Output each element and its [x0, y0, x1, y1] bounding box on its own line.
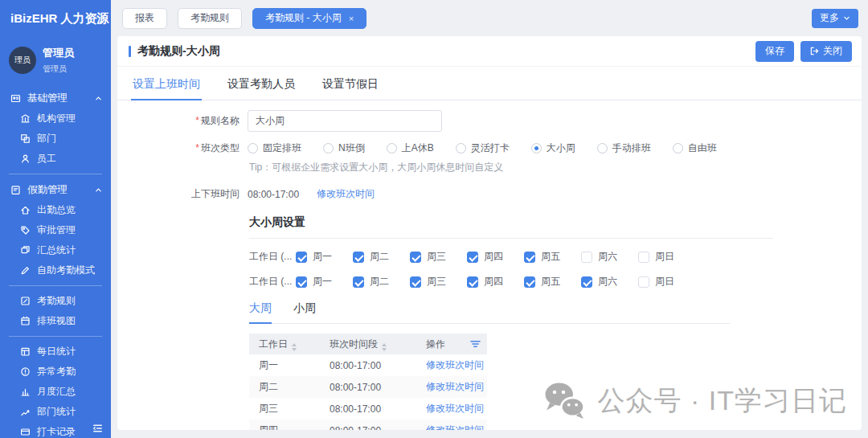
punch-card-icon	[20, 427, 31, 437]
sidebar-item-abnormal-attendance[interactable]: 异常考勤	[0, 362, 111, 382]
modify-shift-time-link[interactable]: 修改班次时间	[426, 359, 484, 370]
sidebar-item-self-attendance-mode[interactable]: 自助考勤模式	[0, 260, 111, 280]
modify-shift-time-link[interactable]: 修改班次时间	[317, 187, 375, 201]
checkbox-icon[interactable]	[410, 252, 421, 263]
weekday-checkbox-mon[interactable]: 周一	[296, 250, 334, 264]
checkbox-icon[interactable]	[581, 252, 592, 263]
checkbox-icon[interactable]	[524, 252, 535, 263]
sidebar-item-department[interactable]: 部门	[0, 129, 111, 149]
radio-icon[interactable]	[248, 143, 258, 154]
checkbox-icon[interactable]	[638, 276, 649, 288]
tag-icon	[20, 225, 31, 235]
weekday-checkbox-thu[interactable]: 周四	[467, 275, 506, 289]
close-button[interactable]: 关闭	[800, 41, 852, 62]
weekday-checkbox-sun[interactable]: 周日	[638, 250, 677, 264]
weekday-checkbox-mon[interactable]: 周一	[296, 275, 334, 289]
rule-name-input[interactable]	[248, 110, 442, 132]
checkbox-icon[interactable]	[581, 276, 592, 288]
weekday-checkbox-tue[interactable]: 周二	[353, 275, 391, 289]
sidebar-item-employee[interactable]: 员工	[0, 149, 111, 169]
sidebar-item-label: 每日统计	[37, 345, 76, 358]
checkbox-icon[interactable]	[296, 276, 307, 288]
checkbox-icon[interactable]	[296, 252, 307, 263]
work-time-row: 上下班时间 08:00-17:00 修改班次时间	[117, 187, 862, 201]
app-logo: iBizEHR 人力资源	[0, 0, 111, 27]
weekday-checkbox-sun[interactable]: 周日	[638, 275, 677, 289]
sort-icon[interactable]	[382, 343, 387, 351]
chevron-down-icon	[843, 14, 850, 22]
modify-shift-time-link[interactable]: 修改班次时间	[426, 424, 484, 430]
sidebar-collapse-icon[interactable]	[92, 423, 104, 434]
weekday-checkbox-thu[interactable]: 周四	[467, 250, 506, 264]
sidebar-item-schedule-view[interactable]: 排班视图	[0, 311, 111, 331]
work-time-label: 上下班时间	[117, 187, 248, 201]
weekday-checkbox-wed[interactable]: 周三	[410, 275, 448, 289]
sidebar-item-monthly-summary[interactable]: 月度汇总	[0, 382, 111, 402]
weekday-checkbox-wed[interactable]: 周三	[410, 250, 448, 264]
weekday-checkbox-fri[interactable]: 周五	[524, 250, 563, 264]
radio-icon[interactable]	[456, 143, 466, 154]
checkbox-icon[interactable]	[353, 252, 364, 263]
sidebar-item-department-stats[interactable]: 部门统计	[0, 402, 111, 422]
sidebar-item-org-mgmt[interactable]: 机构管理	[0, 108, 111, 129]
sidebar-section-leave-mgmt[interactable]: 假勤管理	[0, 179, 111, 200]
sidebar-section-basic-mgmt[interactable]: 基础管理	[0, 88, 111, 108]
radio-icon[interactable]	[597, 143, 608, 154]
radio-work-a-rest-b[interactable]: 上A休B	[387, 141, 434, 155]
modify-shift-time-link[interactable]: 修改班次时间	[426, 403, 484, 414]
save-button[interactable]: 保存	[755, 41, 794, 62]
workday-row-label: 工作日 (...	[249, 250, 296, 264]
tab-attendance-rules-bigsmallweek[interactable]: 考勤规则 - 大小周 ×	[252, 8, 366, 29]
weekday-checkbox-fri[interactable]: 周五	[524, 275, 563, 289]
radio-icon[interactable]	[323, 143, 334, 154]
close-tab-icon[interactable]: ×	[349, 14, 354, 23]
filter-icon[interactable]	[470, 339, 481, 349]
checkbox-icon[interactable]	[410, 276, 421, 288]
tab-set-attendance-staff[interactable]: 设置考勤人员	[226, 70, 297, 100]
checkbox-icon[interactable]	[467, 252, 478, 263]
tab-big-week[interactable]: 大周	[249, 301, 272, 324]
weekday-checkbox-sat[interactable]: 周六	[581, 250, 620, 264]
checkbox-icon[interactable]	[467, 276, 478, 288]
tab-set-holidays[interactable]: 设置节假日	[321, 70, 380, 100]
modify-shift-time-link[interactable]: 修改班次时间	[426, 381, 484, 392]
radio-icon[interactable]	[673, 143, 683, 154]
more-button[interactable]: 更多	[812, 9, 858, 28]
rule-name-row: *规则名称	[117, 110, 862, 132]
radio-n-shift[interactable]: N班倒	[323, 141, 365, 155]
tab-attendance-rules[interactable]: 考勤规则	[178, 8, 242, 29]
sidebar-item-attendance-overview[interactable]: 出勤总览	[0, 200, 111, 220]
radio-flexible-punch[interactable]: 灵活打卡	[456, 141, 510, 155]
weekday-label: 周二	[370, 250, 389, 264]
sidebar-item-attendance-rules[interactable]: 考勤规则	[0, 291, 111, 311]
checkbox-icon[interactable]	[353, 276, 364, 288]
radio-icon[interactable]	[387, 143, 397, 154]
tab-reports[interactable]: 报表	[122, 8, 167, 29]
content-card: 考勤规则-大小周 保存 关闭 设置上班时间 设置考勤人员 设置节假日	[117, 36, 862, 430]
cell-day: 周二	[249, 376, 320, 398]
tab-small-week[interactable]: 小周	[293, 301, 316, 324]
radio-icon[interactable]	[531, 143, 542, 154]
radio-free-shift[interactable]: 自由班	[673, 141, 717, 155]
sidebar-item-daily-stats[interactable]: 每日统计	[0, 342, 111, 362]
rule-name-label: *规则名称	[117, 114, 248, 128]
sidebar-item-summary-stats[interactable]: 汇总统计	[0, 240, 111, 260]
table-header-row: 工作日 班次时间段 操作	[249, 334, 487, 354]
radio-fixed-shift[interactable]: 固定排班	[248, 141, 301, 155]
sort-icon[interactable]	[292, 343, 297, 351]
user-profile: 理员 管理员 管理员	[0, 27, 111, 75]
tab-set-work-time[interactable]: 设置上班时间	[131, 70, 202, 100]
sidebar-item-label: 审批管理	[37, 223, 76, 237]
checkbox-icon[interactable]	[638, 252, 649, 263]
radio-manual-schedule[interactable]: 手动排班	[597, 141, 651, 155]
radio-big-small-week[interactable]: 大小周	[531, 141, 575, 155]
checkbox-icon[interactable]	[524, 276, 535, 288]
weekday-checkbox-sat[interactable]: 周六	[581, 275, 620, 289]
sidebar-item-approval-mgmt[interactable]: 审批管理	[0, 220, 111, 240]
watermark: 公众号 · IT学习日记	[542, 382, 847, 420]
big-small-week-section-title: 大小周设置	[249, 215, 862, 230]
radio-label: 自由班	[688, 141, 717, 155]
weekday-checkbox-tue[interactable]: 周二	[353, 250, 391, 264]
document-icon	[10, 185, 21, 195]
title-accent-bar	[129, 46, 131, 57]
